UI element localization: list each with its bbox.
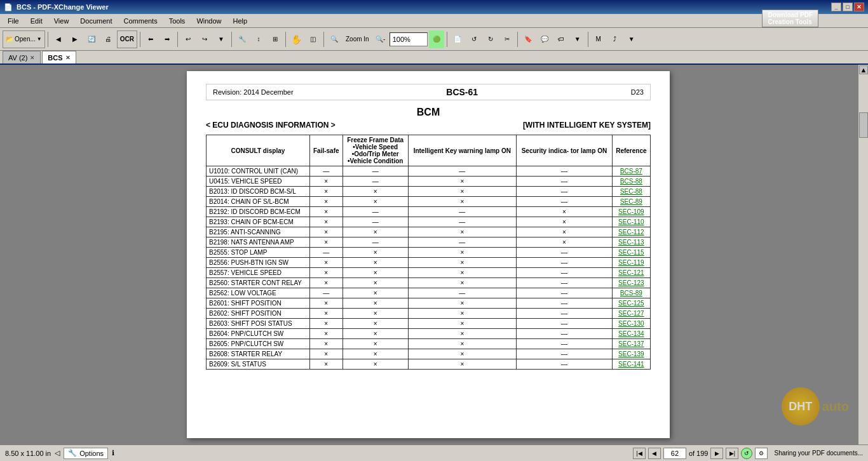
menu-comments[interactable]: Comments	[119, 16, 163, 26]
select-btn[interactable]: ↕	[251, 30, 266, 48]
settings-btn[interactable]: ⚙	[755, 448, 768, 459]
menu-edit[interactable]: Edit	[25, 16, 48, 26]
tab-av2[interactable]: AV (2) ✕	[3, 51, 41, 63]
ref-link[interactable]: SEC-130	[618, 320, 644, 327]
tab-bcs[interactable]: BCS ✕	[42, 51, 76, 63]
ref-link[interactable]: SEC-119	[618, 259, 644, 266]
redo-dropdown[interactable]: ▼	[214, 30, 229, 48]
ref-link[interactable]: SEC-113	[618, 239, 644, 246]
cell-ref[interactable]: SEC-130	[612, 319, 650, 329]
cell-ref[interactable]: SEC-141	[612, 359, 650, 370]
options-button[interactable]: 🔧 Options	[64, 448, 108, 459]
ref-link[interactable]: SEC-123	[618, 279, 644, 286]
menu-help[interactable]: Help	[228, 16, 253, 26]
share-btn[interactable]: ⤴	[607, 30, 623, 48]
cell-ref[interactable]: BCS-89	[612, 288, 650, 298]
menu-tools[interactable]: Tools	[164, 16, 191, 26]
cell-ref[interactable]: BCS-87	[612, 166, 650, 177]
reload-btn[interactable]: 🔄	[84, 30, 99, 48]
cell-ref[interactable]: SEC-113	[612, 237, 650, 248]
bookmark-btn[interactable]: 🔖	[520, 30, 536, 48]
ref-link[interactable]: SEC-88	[620, 188, 642, 195]
cell-ref[interactable]: SEC-88	[612, 187, 650, 197]
ref-link[interactable]: BCS-89	[620, 290, 642, 297]
scroll-thumb[interactable]	[859, 112, 868, 138]
comment-btn[interactable]: 💬	[537, 30, 552, 48]
cell-ref[interactable]: SEC-110	[612, 217, 650, 227]
search-btn[interactable]: 🔍	[327, 30, 342, 48]
cell-ref[interactable]: SEC-89	[612, 197, 650, 207]
ref-link[interactable]: SEC-115	[618, 249, 644, 256]
nav-prev-btn[interactable]: ⬅	[143, 30, 158, 48]
hand-btn[interactable]: ✋	[288, 30, 304, 48]
cell-ref[interactable]: BCS-88	[612, 177, 650, 187]
redo-btn[interactable]: ↪	[197, 30, 212, 48]
menu-view[interactable]: View	[49, 16, 74, 26]
ref-link[interactable]: BCS-88	[620, 178, 642, 185]
zoom-level-input[interactable]	[390, 32, 428, 46]
highlight-btn[interactable]: M	[591, 30, 606, 48]
forward-btn[interactable]: ▶	[67, 30, 83, 48]
undo-btn[interactable]: ↩	[180, 30, 196, 48]
nav-next-btn[interactable]: ➡	[159, 30, 175, 48]
select2-btn[interactable]: ◫	[306, 30, 321, 48]
crop-btn[interactable]: ✂	[499, 30, 515, 48]
ref-link[interactable]: SEC-134	[618, 330, 644, 337]
refresh-btn[interactable]: ↺	[741, 448, 752, 459]
menu-window[interactable]: Window	[191, 16, 226, 26]
close-button[interactable]: ✕	[854, 3, 864, 11]
ref-link[interactable]: SEC-110	[618, 218, 644, 225]
print-btn[interactable]: 🖨	[100, 30, 116, 48]
ref-link[interactable]: SEC-121	[618, 269, 644, 276]
tools-btn[interactable]: 🔧	[234, 30, 250, 48]
cell-ref[interactable]: SEC-137	[612, 339, 650, 349]
pdf-container[interactable]: Revision: 2014 December BCS-61 D23 BCM <…	[0, 65, 868, 444]
page-number-input[interactable]	[663, 448, 686, 459]
cell-ref[interactable]: SEC-121	[612, 268, 650, 278]
zoom-in-btn[interactable]: Zoom In	[343, 30, 372, 48]
download-pdf-button[interactable]: Download PDFCreation Tools	[762, 10, 818, 27]
cell-ref[interactable]: SEC-115	[612, 248, 650, 258]
dropdown-btn[interactable]: ▼	[570, 30, 585, 48]
zoom-fit-btn[interactable]: 🟢	[429, 30, 444, 48]
scrollbar-track[interactable]: ▲	[858, 65, 868, 444]
last-page-btn[interactable]: ▶|	[726, 448, 738, 459]
marquee-btn[interactable]: ⊞	[268, 30, 283, 48]
ref-link[interactable]: SEC-112	[618, 229, 644, 236]
fit-page-btn[interactable]: 📄	[450, 30, 465, 48]
cell-ref[interactable]: SEC-119	[612, 258, 650, 268]
rotate-left-btn[interactable]: ↺	[466, 30, 482, 48]
ref-link[interactable]: SEC-139	[618, 351, 644, 357]
stamp-btn[interactable]: 🏷	[553, 30, 569, 48]
back-btn[interactable]: ◀	[51, 30, 66, 48]
ref-link[interactable]: SEC-109	[618, 208, 644, 215]
tab-bcs-close[interactable]: ✕	[65, 55, 71, 61]
cell-ref[interactable]: SEC-109	[612, 207, 650, 217]
cell-ref[interactable]: SEC-112	[612, 227, 650, 237]
cell-ref[interactable]: SEC-123	[612, 278, 650, 288]
zoom-out-btn[interactable]: 🔍-	[373, 30, 388, 48]
menu-document[interactable]: Document	[75, 16, 117, 26]
ref-link[interactable]: BCS-87	[620, 168, 642, 175]
ref-link[interactable]: SEC-127	[618, 310, 644, 317]
ref-link[interactable]: SEC-141	[618, 361, 644, 368]
ref-link[interactable]: SEC-89	[620, 198, 642, 205]
menu-file[interactable]: File	[3, 16, 24, 26]
ref-link[interactable]: SEC-125	[618, 300, 644, 307]
next-page-btn[interactable]: ▶	[710, 448, 723, 459]
first-page-btn[interactable]: |◀	[633, 448, 646, 459]
cell-ref[interactable]: SEC-125	[612, 298, 650, 309]
tab-av2-close[interactable]: ✕	[30, 55, 35, 61]
minimize-button[interactable]: _	[831, 3, 841, 11]
open-button[interactable]: 📂 Open... ▼	[3, 30, 45, 48]
share-dropdown[interactable]: ▼	[624, 30, 639, 48]
rotate-right-btn[interactable]: ↻	[483, 30, 498, 48]
ref-link[interactable]: SEC-137	[618, 340, 644, 347]
ocr-btn[interactable]: OCR	[117, 30, 137, 48]
cell-ref[interactable]: SEC-127	[612, 309, 650, 319]
cell-ref[interactable]: SEC-139	[612, 349, 650, 359]
restore-button[interactable]: □	[843, 3, 853, 11]
cell-ref[interactable]: SEC-134	[612, 329, 650, 339]
prev-page-btn[interactable]: ◀	[648, 448, 661, 459]
scroll-up-btn[interactable]: ▲	[859, 65, 868, 74]
